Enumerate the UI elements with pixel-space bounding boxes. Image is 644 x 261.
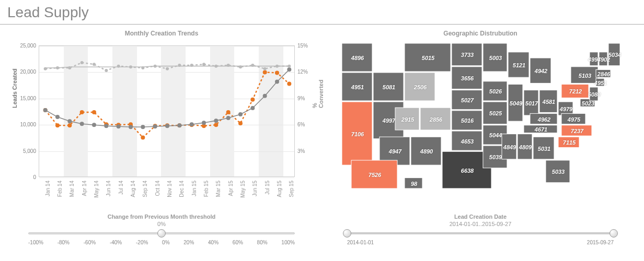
- map-chart[interactable]: 4896495171064997508150152506291528564947…: [326, 40, 635, 207]
- chart-point: [226, 116, 231, 120]
- map-state-OK[interactable]: [452, 131, 482, 150]
- threshold-tick: -60%: [84, 240, 96, 245]
- chart-point: [177, 123, 181, 127]
- chart-point: [226, 110, 231, 114]
- y-left-tick: 20,000: [7, 69, 36, 75]
- chart-point: [141, 125, 145, 129]
- map-state-MS[interactable]: [502, 134, 516, 159]
- chart-point: [92, 110, 96, 114]
- chart-point: [105, 69, 108, 72]
- threshold-tick: 0%: [162, 240, 169, 245]
- date-slider-ends: 2014-01-01 2015-09-27: [347, 240, 614, 245]
- y-left-tick: 25,000: [7, 43, 36, 49]
- chart-point: [166, 67, 169, 70]
- threshold-slider-ticks: -100%-80%-60%-40%-20%0%20%40%60%80%100%: [28, 240, 295, 245]
- x-tick: Dec 14: [179, 181, 185, 197]
- map-state-SD[interactable]: [452, 67, 482, 89]
- map-state-ME[interactable]: [608, 43, 620, 66]
- map-state-VT[interactable]: [590, 52, 598, 66]
- chart-point: [141, 135, 145, 139]
- threshold-slider-block: Change from Previous Month threshold 0% …: [7, 213, 316, 245]
- map-state-CT[interactable]: [596, 78, 604, 86]
- x-tick: Nov 14: [167, 181, 172, 197]
- map-state-NE[interactable]: [452, 90, 482, 110]
- date-slider-block: Lead Creation Date 2014-01-01..2015-09-2…: [326, 213, 635, 245]
- threshold-slider-value: 0%: [7, 221, 316, 227]
- map-state-MA[interactable]: [596, 69, 611, 77]
- y-right-tick: 6%: [297, 122, 316, 127]
- x-tick: Sep 14: [142, 181, 148, 197]
- chart-point: [263, 94, 267, 98]
- chart-point: [275, 80, 279, 84]
- chart-point: [238, 112, 243, 116]
- map-state-NH[interactable]: [599, 52, 607, 66]
- map-state-WA[interactable]: [342, 43, 372, 72]
- x-tick: Feb 14: [57, 181, 63, 197]
- chart-point: [153, 124, 157, 128]
- threshold-slider-track[interactable]: [28, 228, 295, 239]
- map-state-GA[interactable]: [533, 137, 554, 159]
- map-state-MI[interactable]: [530, 58, 551, 83]
- chart-point: [104, 124, 108, 128]
- chart-point: [165, 124, 169, 128]
- map-state-TN[interactable]: [524, 125, 557, 133]
- map-state-VA[interactable]: [561, 113, 585, 124]
- map-state-MT[interactable]: [405, 43, 451, 72]
- chart-point: [238, 121, 243, 125]
- chart-point: [202, 63, 205, 66]
- map-state-MN[interactable]: [483, 43, 507, 72]
- trends-chart[interactable]: Leads Created % Converted 05,00010,00015…: [7, 40, 316, 207]
- map-state-OH[interactable]: [539, 90, 557, 113]
- map-state-KY[interactable]: [530, 113, 557, 124]
- map-state-CA[interactable]: [342, 102, 372, 165]
- date-slider-track[interactable]: [347, 228, 614, 239]
- y-left-tick: 15,000: [7, 95, 36, 101]
- trends-panel: Monthly Creation Trends Leads Created % …: [7, 30, 316, 245]
- chart-point: [55, 123, 60, 127]
- threshold-slider-thumb[interactable]: [157, 229, 166, 238]
- page-title: Lead Supply: [0, 0, 644, 25]
- chart-point: [202, 121, 206, 125]
- chart-point: [287, 82, 291, 86]
- map-state-PA[interactable]: [561, 84, 589, 98]
- chart-point: [287, 67, 291, 72]
- date-slider-thumb-start[interactable]: [343, 229, 351, 238]
- map-state-HI[interactable]: [405, 178, 422, 188]
- map-title: Geographic Distrubution: [326, 30, 635, 37]
- y-left-tick: 10,000: [7, 122, 36, 127]
- chart-point: [93, 63, 96, 66]
- date-slider-thumb-end[interactable]: [610, 229, 618, 238]
- map-state-UT[interactable]: [395, 108, 419, 130]
- map-state-CO[interactable]: [420, 108, 451, 130]
- map-state-NY[interactable]: [571, 67, 598, 84]
- map-state-ND[interactable]: [452, 43, 482, 66]
- chart-point: [117, 124, 121, 128]
- map-state-WY[interactable]: [405, 73, 435, 101]
- map-state-KS[interactable]: [452, 111, 482, 130]
- date-slider-rail: [347, 232, 614, 234]
- map-state-NC[interactable]: [561, 125, 592, 136]
- map-state-ID[interactable]: [373, 73, 404, 101]
- x-tick: May 15: [240, 181, 246, 198]
- trends-title: Monthly Creation Trends: [7, 30, 316, 37]
- y-right-ticks: 3%6%9%12%15%: [297, 45, 316, 177]
- map-state-AL[interactable]: [518, 134, 532, 159]
- x-tick: Mar 14: [69, 181, 75, 197]
- map-state-FL[interactable]: [546, 160, 570, 183]
- x-tick: Jul 15: [264, 181, 270, 195]
- map-state-WI[interactable]: [508, 52, 529, 77]
- map-state-MO[interactable]: [483, 102, 507, 124]
- map-state-SC[interactable]: [558, 137, 579, 147]
- chart-svg: [39, 46, 294, 176]
- map-state-IN[interactable]: [524, 90, 538, 115]
- threshold-tick: 20%: [183, 240, 194, 245]
- chart-point: [214, 123, 218, 127]
- threshold-tick: 40%: [208, 240, 218, 245]
- map-state-IL[interactable]: [508, 84, 523, 121]
- threshold-tick: 60%: [233, 240, 243, 245]
- map-state-OR[interactable]: [342, 73, 372, 101]
- map-state-IA[interactable]: [483, 81, 507, 101]
- map-state-AK[interactable]: [351, 160, 397, 188]
- map-state-NM[interactable]: [411, 137, 441, 165]
- map-state-NJ[interactable]: [590, 87, 598, 101]
